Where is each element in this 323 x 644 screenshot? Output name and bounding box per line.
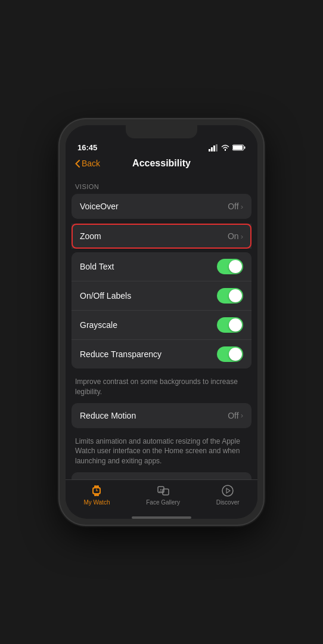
face-gallery-icon — [156, 484, 170, 498]
battery-icon — [232, 144, 246, 151]
zoom-highlighted-row: Zoom On › — [72, 224, 251, 249]
back-label: Back — [82, 159, 100, 168]
reduce-transparency-row[interactable]: Reduce Transparency — [72, 340, 251, 369]
toggle-knob-3 — [229, 318, 242, 332]
svg-rect-1 — [211, 147, 213, 151]
voiceover-value: Off › — [228, 202, 243, 211]
back-button[interactable]: Back — [75, 159, 100, 168]
svg-point-17 — [160, 489, 162, 490]
tab-discover-label: Discover — [216, 499, 240, 506]
tab-mywatch[interactable]: My Watch — [83, 484, 110, 506]
tab-discover[interactable]: Discover — [216, 484, 240, 506]
home-indicator — [132, 516, 191, 519]
settings-content[interactable]: VISION VoiceOver Off › Zoom On › — [66, 174, 257, 479]
status-icons — [209, 144, 246, 151]
grayscale-label: Grayscale — [80, 320, 217, 330]
watch-icon — [89, 484, 104, 498]
grayscale-toggle[interactable] — [217, 317, 243, 333]
zoom-row[interactable]: Zoom On › — [72, 224, 251, 249]
reduce-transparency-label: Reduce Transparency — [80, 349, 217, 359]
svg-rect-6 — [244, 147, 246, 149]
reduce-motion-label: Reduce Motion — [80, 411, 228, 420]
svg-rect-0 — [209, 149, 210, 151]
svg-rect-3 — [216, 144, 218, 151]
voiceover-row[interactable]: VoiceOver Off › — [72, 194, 251, 219]
toggle-knob-4 — [229, 348, 242, 361]
nav-title: Accessibility — [132, 158, 191, 169]
onoff-labels-label: On/Off Labels — [80, 291, 217, 301]
svg-rect-10 — [97, 485, 99, 488]
tab-mywatch-label: My Watch — [83, 499, 110, 506]
status-bar: 16:45 — [66, 138, 257, 154]
toggle-knob-2 — [229, 289, 242, 302]
tab-bar: My Watch Face Gallery — [66, 479, 257, 514]
reduce-motion-row[interactable]: Reduce Motion Off › — [72, 403, 251, 428]
svg-point-18 — [222, 485, 233, 496]
discover-icon — [220, 484, 235, 498]
reduce-motion-chevron: › — [241, 411, 243, 420]
reduce-motion-value: Off › — [228, 411, 243, 420]
chevron-right-icon: › — [241, 202, 243, 211]
zoom-chevron-icon: › — [241, 232, 243, 241]
voiceover-group: VoiceOver Off › — [72, 194, 251, 219]
bold-text-label: Bold Text — [80, 262, 217, 271]
tab-facegallery[interactable]: Face Gallery — [146, 484, 180, 506]
svg-rect-2 — [213, 145, 215, 151]
onoff-labels-toggle[interactable] — [217, 288, 243, 304]
svg-rect-11 — [94, 494, 97, 496]
bold-text-toggle[interactable] — [217, 259, 243, 274]
reduce-transparency-toggle[interactable] — [217, 346, 243, 362]
onoff-labels-row[interactable]: On/Off Labels — [72, 281, 251, 311]
reduce-motion-desc: Limits animation and automatic resizing … — [66, 433, 257, 472]
reduce-motion-group: Reduce Motion Off › — [72, 403, 251, 428]
phone-screen: 16:45 — [66, 125, 257, 519]
toggle-knob — [229, 260, 242, 273]
zoom-value: On › — [228, 231, 243, 241]
svg-rect-5 — [233, 145, 243, 150]
voiceover-label: VoiceOver — [80, 202, 228, 211]
notch — [126, 125, 197, 138]
tab-facegallery-label: Face Gallery — [146, 499, 180, 506]
section-header-vision: VISION — [66, 174, 257, 194]
zoom-label: Zoom — [80, 231, 228, 241]
svg-marker-19 — [226, 488, 230, 493]
grayscale-row[interactable]: Grayscale — [72, 311, 251, 340]
svg-rect-12 — [97, 494, 99, 496]
chimes-row[interactable]: Chimes › — [72, 472, 251, 479]
status-time: 16:45 — [77, 143, 97, 152]
signal-icon — [209, 144, 218, 151]
bold-text-row[interactable]: Bold Text — [72, 252, 251, 281]
phone-frame: 16:45 — [60, 119, 263, 525]
reduce-transparency-desc: Improve contrast on some backgrounds to … — [66, 373, 257, 403]
wifi-icon — [221, 144, 229, 151]
svg-rect-9 — [94, 485, 97, 488]
chimes-group: Chimes › — [72, 472, 251, 479]
chevron-left-icon — [75, 160, 80, 168]
nav-bar: Back Accessibility — [66, 154, 257, 174]
toggles-group: Bold Text On/Off Labels Grayscale — [72, 252, 251, 369]
